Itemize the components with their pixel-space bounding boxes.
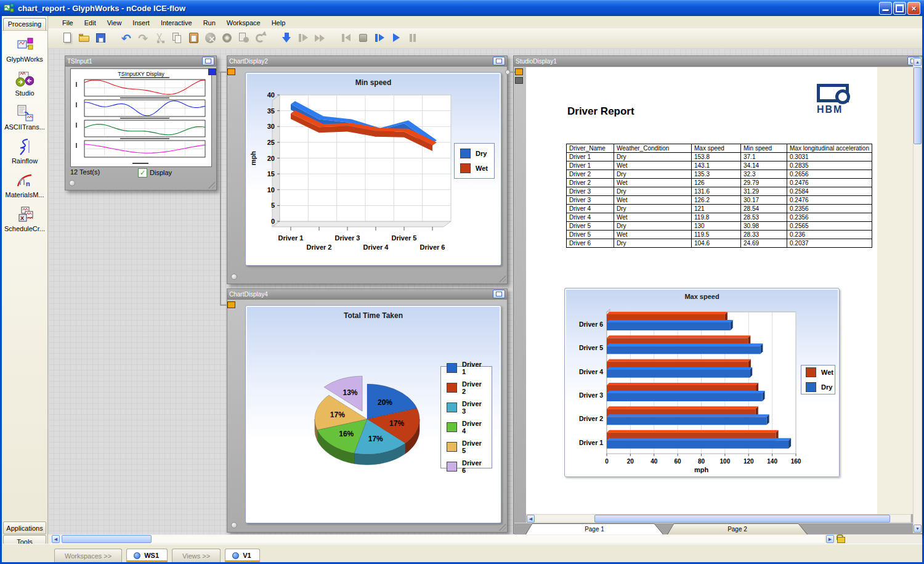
- legend-swatch-icon: [460, 149, 471, 158]
- skip-to-start-icon[interactable]: [339, 31, 354, 46]
- step-forward-icon[interactable]: [296, 31, 310, 46]
- panel-resize-grip[interactable]: [496, 273, 506, 282]
- input-node-chart2[interactable]: [227, 68, 235, 75]
- materials-manager-icon: n: [15, 171, 34, 190]
- paste-icon[interactable]: [187, 31, 201, 46]
- menu-item-edit[interactable]: Edit: [79, 18, 102, 28]
- menu-item-interactive[interactable]: Interactive: [155, 18, 198, 28]
- tsinput-thumbnail[interactable]: TSInputXY Display: [70, 68, 212, 167]
- toolbar-group-handle[interactable]: [332, 32, 335, 44]
- panel-chartdisplay4-titlebar[interactable]: ChartDisplay4: [227, 289, 507, 300]
- open-icon[interactable]: [77, 31, 91, 46]
- toolbar-group-handle[interactable]: [113, 32, 116, 44]
- sidebar-item-asciitrans[interactable]: ASCIITrans...: [4, 104, 45, 131]
- scroll-down-icon[interactable]: ▼: [914, 525, 922, 533]
- canvas-hscroll-thumb[interactable]: [62, 535, 152, 543]
- minimize-button[interactable]: ▬: [879, 2, 892, 15]
- views-button[interactable]: Views >>: [172, 549, 221, 562]
- pause-icon[interactable]: [406, 31, 420, 46]
- report-hscroll-thumb[interactable]: [594, 515, 890, 523]
- report-page-tab-1[interactable]: Page 1: [525, 523, 663, 534]
- max-speed-bar-chart: Driver 6Driver 5Driver 4Driver 3Driver 2…: [565, 302, 839, 476]
- scroll-up-icon[interactable]: ▲: [914, 58, 922, 66]
- redo-icon[interactable]: [137, 31, 151, 46]
- delete-icon[interactable]: [203, 31, 217, 46]
- total-time-legend-item: Driver 1: [447, 361, 486, 375]
- panel-resize-grip[interactable]: [206, 179, 215, 189]
- unlock-icon[interactable]: [837, 534, 845, 543]
- panel-chartdisplay4[interactable]: ChartDisplay4 Total Time Taken 20%17%17%…: [227, 288, 508, 533]
- settings-gear-icon[interactable]: [220, 31, 234, 46]
- step-run-icon[interactable]: [373, 31, 387, 46]
- play-icon[interactable]: [389, 31, 403, 46]
- sidebar-tab-processing[interactable]: Processing: [3, 18, 46, 30]
- panel-tsinput1-titlebar[interactable]: TSInput1: [65, 56, 216, 67]
- sidebar-item-label: MaterialsM...: [6, 191, 44, 198]
- menu-item-workspace[interactable]: Workspace: [221, 18, 266, 28]
- legend-label: Wet: [476, 165, 488, 172]
- panel-studiodisplay1-titlebar[interactable]: StudioDisplay1: [514, 56, 922, 67]
- scroll-right-icon[interactable]: ▶: [826, 535, 834, 543]
- workspace-tab-ws1[interactable]: WS1: [126, 549, 168, 562]
- input-node-chart4[interactable]: [227, 301, 235, 308]
- fast-forward-icon[interactable]: [313, 31, 327, 46]
- sidebar-item-studio[interactable]: Studio: [15, 70, 34, 97]
- tsinput-thumbnail-plots: TSInputXY Display: [71, 69, 211, 166]
- toolbar-group-handle[interactable]: [272, 32, 275, 44]
- panel-restore-icon[interactable]: [493, 57, 505, 65]
- workspaces-button[interactable]: Workspaces >>: [54, 549, 122, 562]
- menu-item-file[interactable]: File: [57, 18, 79, 28]
- sidebar-item-rainflow[interactable]: Rainflow: [12, 137, 38, 165]
- sidebar-item-materialsm[interactable]: nMaterialsM...: [6, 171, 44, 198]
- export-icon[interactable]: [237, 31, 251, 46]
- input-node-studio-2[interactable]: [515, 77, 523, 84]
- report-page-tab-label: Page 2: [668, 524, 807, 534]
- undo-icon[interactable]: [120, 31, 134, 46]
- menu-item-insert[interactable]: Insert: [127, 18, 155, 28]
- table-row: Driver 5Wet119.528.330.236: [567, 231, 872, 239]
- menu-item-view[interactable]: View: [102, 18, 128, 28]
- menu-item-help[interactable]: Help: [266, 18, 291, 28]
- panel-chartdisplay2[interactable]: ChartDisplay2 Min speed 0510152025303540…: [227, 55, 508, 284]
- cut-icon[interactable]: [153, 31, 168, 46]
- report-page-tab-2[interactable]: Page 2: [667, 523, 808, 534]
- sidebar-item-glyphworks[interactable]: GlyphWorks: [6, 36, 43, 63]
- panel-chartdisplay2-titlebar[interactable]: ChartDisplay2: [227, 56, 507, 67]
- new-document-icon[interactable]: [60, 31, 75, 46]
- panel-studiodisplay1[interactable]: StudioDisplay1 HBM Driver Report Driver_…: [513, 55, 922, 534]
- report-page: HBM Driver Report Driver_NameWeather_Con…: [526, 67, 877, 514]
- sidebar-button-applications[interactable]: Applications: [3, 521, 46, 534]
- input-node-studio[interactable]: [515, 68, 523, 75]
- svg-text:40: 40: [267, 91, 275, 99]
- table-cell: Dry: [614, 239, 692, 248]
- run-download-icon[interactable]: [280, 31, 294, 46]
- stop-icon[interactable]: [356, 31, 370, 46]
- output-node-tsinput[interactable]: [208, 68, 216, 75]
- maximize-button[interactable]: [893, 2, 906, 15]
- hbm-logo-text: HBM: [817, 104, 849, 115]
- panel-tsinput1[interactable]: TSInput1 TSInputXY Display 12 Test(s) ✓ …: [65, 55, 217, 190]
- window-titlebar[interactable]: chart_report - GlyphWorks - nCode ICE-fl…: [0, 0, 924, 16]
- close-button[interactable]: ×: [907, 2, 920, 15]
- table-row: Driver 4Dry12128.540.2356: [567, 205, 872, 213]
- canvas-hscrollbar[interactable]: [61, 535, 825, 543]
- save-icon[interactable]: [94, 31, 108, 46]
- table-cell: Wet: [614, 213, 692, 222]
- menu-item-run[interactable]: Run: [198, 18, 221, 28]
- scroll-left-icon[interactable]: ◀: [527, 515, 535, 523]
- panel-restore-icon[interactable]: [493, 290, 505, 298]
- panel-restore-icon[interactable]: [202, 57, 214, 65]
- report-vscrollbar[interactable]: ▲ ▼: [913, 57, 922, 533]
- svg-text:Driver 3: Driver 3: [579, 391, 603, 399]
- report-hscrollbar[interactable]: ◀: [526, 514, 911, 523]
- toolbar-group-handle[interactable]: [53, 32, 56, 44]
- scroll-left-icon[interactable]: ◀: [52, 535, 60, 543]
- view-tab-v1[interactable]: V1: [225, 549, 259, 562]
- sidebar-item-label: ScheduleCr...: [4, 225, 45, 232]
- display-checkbox[interactable]: ✓: [138, 168, 147, 178]
- sidebar-item-schedulecr[interactable]: XScheduleCr...: [4, 205, 45, 232]
- report-vscroll-thumb[interactable]: [914, 67, 922, 144]
- panel-status-dot: [231, 274, 237, 280]
- refresh-icon[interactable]: [253, 31, 267, 46]
- copy-icon[interactable]: [170, 31, 184, 46]
